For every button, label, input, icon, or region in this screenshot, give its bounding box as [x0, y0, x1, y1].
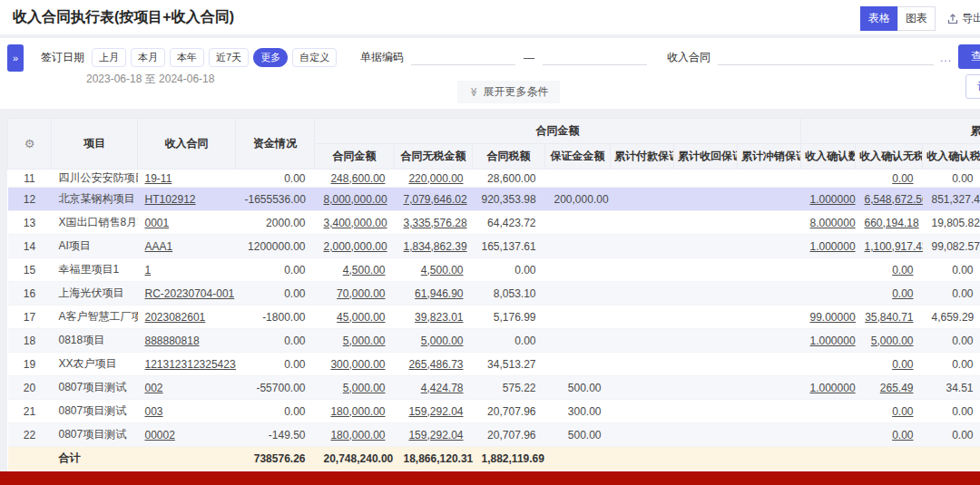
- cell-tax: 8,053.10: [473, 282, 545, 306]
- qty-link[interactable]: 1.000000: [810, 193, 856, 206]
- qty-link[interactable]: 99.000000: [810, 311, 856, 324]
- amount_no_tax-link[interactable]: 220,000.00: [408, 172, 463, 185]
- export-button[interactable]: 导出: [947, 11, 980, 26]
- qty-link[interactable]: 8.000000: [810, 217, 856, 229]
- rec_no_tax-link[interactable]: 35,840.71: [865, 311, 913, 324]
- rec_no_tax-link[interactable]: 1,100,917.43: [865, 240, 923, 253]
- amount-link[interactable]: 45,000.00: [337, 311, 385, 324]
- qty-link[interactable]: 1.000000: [810, 335, 856, 347]
- amount_no_tax-link[interactable]: 39,823.01: [415, 311, 463, 324]
- date-preset-custom[interactable]: 自定义: [292, 48, 337, 67]
- table-row[interactable]: 220807项目测试00002-149.50180,000.00159,292.…: [8, 423, 980, 447]
- rec_no_tax-link[interactable]: 0.00: [892, 358, 913, 371]
- amount-link[interactable]: 5,000.00: [343, 382, 386, 394]
- table-view-button[interactable]: 表格: [860, 6, 898, 31]
- amount_no_tax-link[interactable]: 4,500.00: [421, 264, 464, 276]
- total-amount: 20,748,240.00: [315, 447, 395, 470]
- cell-dep_offset: [738, 188, 801, 211]
- amount-link[interactable]: 3,400,000.00: [324, 217, 387, 229]
- col-header-deposit-offset: 累计冲销保证金: [738, 144, 801, 170]
- amount-link[interactable]: 5,000.00: [343, 335, 386, 347]
- column-settings-icon[interactable]: ⚙: [24, 137, 35, 150]
- amount_no_tax-link[interactable]: 7,079,646.02: [404, 193, 467, 206]
- rec_no_tax-link[interactable]: 6,548,672.56: [865, 193, 923, 206]
- sign-date-range[interactable]: 2023-06-18 至 2024-06-18: [86, 72, 337, 87]
- income-contract-input[interactable]: [718, 50, 934, 65]
- cell-dep_paid: [611, 170, 674, 188]
- more-options-icon[interactable]: ...: [940, 52, 952, 64]
- contract-link[interactable]: 888880818: [145, 335, 200, 347]
- rec_no_tax-link[interactable]: 265.49: [880, 382, 914, 394]
- amount_no_tax-link[interactable]: 159,292.04: [408, 405, 463, 418]
- cell-rec_no_tax: 0.00: [856, 400, 923, 423]
- amount_no_tax-link[interactable]: 4,424.78: [421, 382, 464, 394]
- amount_no_tax-link[interactable]: 5,000.00: [421, 335, 464, 347]
- expand-more-button[interactable]: ≫ 展开更多条件: [457, 81, 560, 103]
- table-row[interactable]: 210807项目测试0030.00180,000.00159,292.0420,…: [8, 400, 980, 423]
- table-row[interactable]: 11四川公安安防项目19-110.00248,600.00220,000.002…: [8, 170, 980, 188]
- cell-rec_no_tax: 35,840.71: [856, 306, 923, 329]
- table-row[interactable]: 19XX农户项目121312312325423450.00300,000.002…: [8, 353, 980, 376]
- amount_no_tax-link[interactable]: 159,292.04: [408, 429, 463, 441]
- chart-view-button[interactable]: 图表: [897, 6, 936, 31]
- rec_no_tax-link[interactable]: 0.00: [892, 405, 913, 418]
- rec_no_tax-link[interactable]: 660,194.18: [865, 217, 919, 229]
- contract-link[interactable]: 19-11: [145, 172, 172, 185]
- amount_no_tax-link[interactable]: 265,486.73: [408, 358, 463, 371]
- amount-link[interactable]: 300,000.00: [330, 358, 385, 371]
- doc-code-to-input[interactable]: [543, 50, 647, 65]
- table-row[interactable]: 13X国出口销售8月项目00012000.003,400,000.003,335…: [8, 211, 980, 235]
- amount-link[interactable]: 180,000.00: [330, 429, 385, 441]
- contract-link[interactable]: HT102912: [145, 193, 196, 206]
- amount-link[interactable]: 70,000.00: [337, 287, 385, 300]
- contract-link[interactable]: RC-20230704-001: [145, 287, 235, 300]
- amount-link[interactable]: 2,000,000.00: [324, 240, 387, 253]
- amount-link[interactable]: 180,000.00: [330, 405, 385, 418]
- collapse-filter-button[interactable]: »: [7, 44, 24, 72]
- rec_no_tax-link[interactable]: 0.00: [892, 172, 913, 185]
- amount-link[interactable]: 4,500.00: [343, 264, 386, 276]
- contract-link[interactable]: 2023082601: [145, 311, 206, 324]
- table-row[interactable]: 15幸福里项目110.004,500.004,500.000.000.000.0…: [8, 258, 980, 282]
- table-row[interactable]: 14AI项目AAA11200000.002,000,000.001,834,86…: [8, 235, 980, 258]
- rec_no_tax-link[interactable]: 0.00: [892, 264, 913, 276]
- table-row[interactable]: 17A客户智慧工厂项目2023082601-1800.0045,000.0039…: [8, 306, 980, 329]
- cell-no: 17: [8, 306, 52, 329]
- date-preset-last-month[interactable]: 上月: [92, 48, 126, 67]
- date-preset-this-year[interactable]: 本年: [170, 48, 204, 67]
- cell-rec_no_tax: 0.00: [856, 423, 923, 447]
- search-button[interactable]: 查询: [958, 44, 980, 69]
- contract-link[interactable]: 002: [145, 382, 163, 394]
- amount-link[interactable]: 248,600.00: [330, 172, 385, 185]
- table-footer: 合计 738576.26 20,748,240.00 18,866,120.31…: [8, 447, 980, 470]
- contract-link[interactable]: 1: [145, 264, 152, 276]
- cell-qty: [801, 170, 856, 188]
- table-row[interactable]: 180818项目8888808180.005,000.005,000.000.0…: [8, 329, 980, 353]
- amount_no_tax-link[interactable]: 61,946.90: [415, 287, 463, 300]
- amount_no_tax-link[interactable]: 3,335,576.28: [404, 217, 467, 229]
- qty-link[interactable]: 1.000000: [810, 240, 856, 253]
- qty-link[interactable]: 1.000000: [810, 382, 856, 394]
- contract-link[interactable]: 0001: [145, 217, 170, 229]
- contract-link[interactable]: AAA1: [145, 240, 173, 253]
- table-row[interactable]: 12北京某钢构项目HT102912-1655536.008,000,000.00…: [8, 188, 980, 211]
- rec_no_tax-link[interactable]: 0.00: [892, 287, 913, 300]
- table-row[interactable]: 200807项目测试002-55700.005,000.004,424.7857…: [8, 376, 980, 400]
- cell-dep_returned: [674, 329, 738, 353]
- cell-rec_tax: 0.00: [923, 258, 980, 282]
- amount_no_tax-link[interactable]: 1,834,862.39: [404, 240, 467, 253]
- doc-code-from-input[interactable]: [411, 50, 515, 65]
- rec_no_tax-link[interactable]: 5,000.00: [871, 335, 914, 347]
- cell-rec_tax: 0.00: [923, 282, 980, 306]
- amount-link[interactable]: 8,000,000.00: [324, 193, 387, 206]
- contract-link[interactable]: 00002: [145, 429, 175, 441]
- rec_no_tax-link[interactable]: 0.00: [892, 429, 913, 441]
- date-preset-this-month[interactable]: 本月: [131, 48, 165, 67]
- table-row[interactable]: 16上海光伏项目RC-20230704-0010.0070,000.0061,9…: [8, 282, 980, 306]
- cell-amount_no_tax: 159,292.04: [395, 400, 473, 423]
- contract-link[interactable]: 003: [145, 405, 163, 418]
- settings-button[interactable]: 设置: [965, 74, 980, 99]
- date-preset-last7days[interactable]: 近7天: [209, 48, 249, 67]
- date-preset-more[interactable]: 更多: [253, 48, 288, 67]
- contract-link[interactable]: 12131231232542345: [145, 358, 236, 371]
